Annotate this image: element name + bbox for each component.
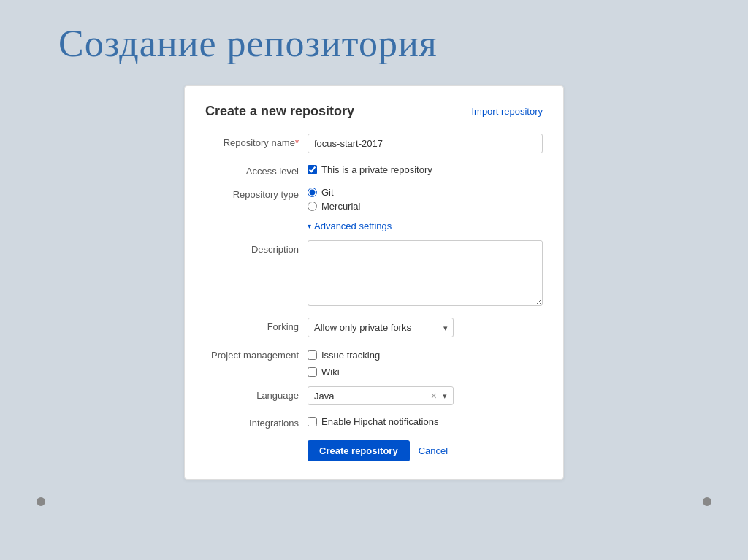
mercurial-label: Mercurial <box>321 201 360 212</box>
repo-name-input[interactable] <box>308 134 543 153</box>
language-value: Java <box>314 391 425 402</box>
decoration-dots <box>15 497 733 506</box>
card-header: Create a new repository Import repositor… <box>205 104 543 119</box>
wiki-row: Wiki <box>308 364 543 377</box>
chevron-down-icon: ▾ <box>443 391 447 401</box>
cancel-button[interactable]: Cancel <box>419 445 448 456</box>
access-level-label: Access level <box>205 162 308 177</box>
forking-select-wrapper: Allow only private forks Allow all forks… <box>308 318 454 337</box>
language-row: Language Java × ▾ <box>205 386 543 405</box>
forking-label: Forking <box>205 318 308 332</box>
description-row: Description <box>205 240 543 309</box>
card-title: Create a new repository <box>205 104 354 119</box>
wiki-label: Wiki <box>321 367 340 377</box>
integrations-control: Enable Hipchat notifications <box>308 414 543 427</box>
forking-row: Forking Allow only private forks Allow a… <box>205 318 543 337</box>
issue-tracking-checkbox[interactable] <box>308 350 317 360</box>
repo-name-row: Repository name* <box>205 134 543 153</box>
language-control: Java × ▾ <box>308 386 543 405</box>
mercurial-radio[interactable] <box>308 202 317 211</box>
repo-type-radio-group: Git Mercurial <box>308 185 543 212</box>
integrations-row: Integrations Enable Hipchat notification… <box>205 414 543 429</box>
hipchat-row: Enable Hipchat notifications <box>308 414 543 427</box>
project-management-control: Issue tracking Wiki <box>308 346 543 377</box>
hipchat-checkbox[interactable] <box>308 417 317 426</box>
create-repository-button[interactable]: Create repository <box>308 440 410 461</box>
issue-tracking-label: Issue tracking <box>321 350 380 361</box>
mercurial-radio-row: Mercurial <box>308 201 543 212</box>
description-control <box>308 240 543 309</box>
issue-tracking-row: Issue tracking <box>308 348 543 361</box>
project-management-row: Project management Issue tracking Wiki <box>205 346 543 377</box>
project-management-label: Project management <box>205 346 308 361</box>
git-radio-row: Git <box>308 187 543 198</box>
create-repo-card: Create a new repository Import repositor… <box>184 85 564 480</box>
import-repository-link[interactable]: Import repository <box>471 106 543 117</box>
integrations-label: Integrations <box>205 414 308 429</box>
language-select-box[interactable]: Java × ▾ <box>308 386 454 405</box>
private-repo-checkbox[interactable] <box>308 165 317 174</box>
advanced-settings-toggle[interactable]: ▾ Advanced settings <box>205 220 543 231</box>
repo-name-label: Repository name* <box>205 134 308 148</box>
hipchat-label: Enable Hipchat notifications <box>321 416 438 427</box>
forking-select[interactable]: Allow only private forks Allow all forks… <box>308 318 454 337</box>
chevron-down-icon: ▾ <box>308 222 311 230</box>
description-label: Description <box>205 240 308 255</box>
language-label: Language <box>205 386 308 401</box>
page-title: Создание репозитория <box>15 22 438 65</box>
repo-name-control <box>308 134 543 153</box>
git-label: Git <box>321 187 334 198</box>
project-checks: Issue tracking Wiki <box>308 346 543 377</box>
git-radio[interactable] <box>308 188 317 197</box>
private-repo-checkbox-row: This is a private repository <box>308 162 543 175</box>
footer-actions: Create repository Cancel <box>205 440 543 461</box>
dot-left <box>37 497 45 506</box>
repo-type-row: Repository type Git Mercurial <box>205 185 543 212</box>
dot-right <box>703 497 711 506</box>
description-textarea[interactable] <box>308 240 543 306</box>
wiki-checkbox[interactable] <box>308 367 317 377</box>
clear-language-icon[interactable]: × <box>431 390 437 402</box>
access-level-row: Access level This is a private repositor… <box>205 162 543 177</box>
private-repo-label: This is a private repository <box>321 164 432 175</box>
forking-control: Allow only private forks Allow all forks… <box>308 318 543 337</box>
advanced-settings-label: Advanced settings <box>314 220 392 231</box>
repo-type-control: Git Mercurial <box>308 185 543 212</box>
repo-type-label: Repository type <box>205 185 308 200</box>
access-level-control: This is a private repository <box>308 162 543 175</box>
